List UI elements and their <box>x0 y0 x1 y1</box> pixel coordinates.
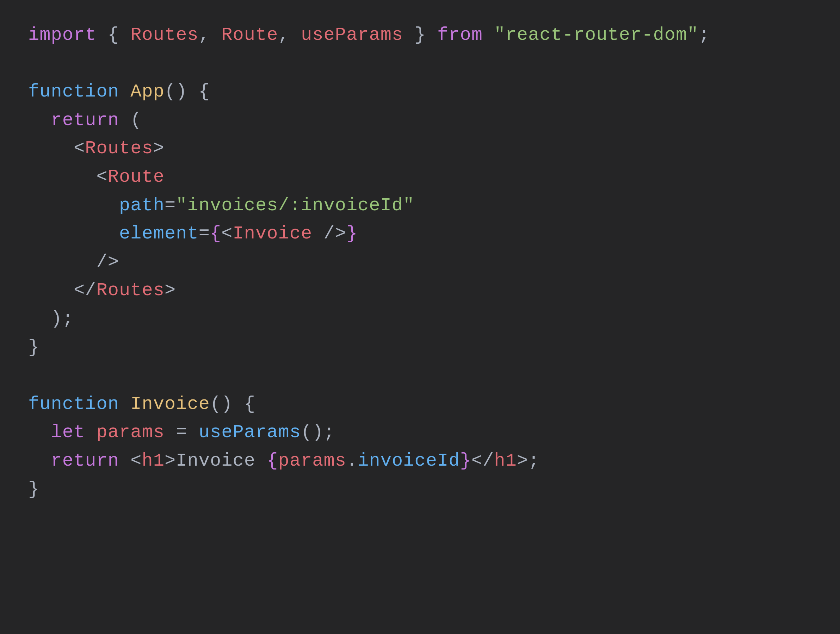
plain-token: ; <box>699 25 710 46</box>
blank1 <box>28 50 812 78</box>
plain-token <box>85 422 96 443</box>
plain-token <box>28 451 51 471</box>
tag-bracket-token: > <box>517 451 528 471</box>
return-line: return ( <box>28 106 812 135</box>
jsx-brace-token: { <box>267 451 278 471</box>
func-app: function App() { <box>28 78 812 106</box>
plain-token <box>119 81 130 102</box>
string-token: "react-router-dom" <box>494 25 698 46</box>
var-name-token: params <box>96 422 164 443</box>
plain-token: () { <box>164 81 210 102</box>
fn-call-token: useParams <box>199 422 301 443</box>
plain-token: ( <box>119 110 142 131</box>
tag-bracket-token: > <box>153 138 164 159</box>
fn-name-token: Invoice <box>130 394 210 415</box>
plain-token: } <box>403 25 437 46</box>
string-token: "invoices/:invoiceId" <box>176 195 414 216</box>
plain-token <box>28 110 51 131</box>
plain-token: ); <box>28 309 74 329</box>
plain-token: } <box>28 479 39 500</box>
route-open: <Route <box>28 163 812 192</box>
plain-token <box>312 223 324 244</box>
tag-bracket-token: /> <box>96 252 119 273</box>
jsx-brace-token: } <box>460 451 471 471</box>
plain-token: } <box>28 337 39 358</box>
tag-bracket-token: /> <box>324 223 346 244</box>
plain-token: , <box>199 25 222 46</box>
attr-name-token: element <box>119 223 199 244</box>
paren-close: ); <box>28 305 812 334</box>
element-attr: element={<Invoice />} <box>28 220 812 248</box>
tag-bracket-token: < <box>74 138 85 159</box>
plain-token: () { <box>210 394 256 415</box>
jsx-brace-token: } <box>346 223 358 244</box>
plain-token <box>28 280 74 301</box>
kw-return-token: return <box>51 110 119 131</box>
tag-bracket-token: </ <box>471 451 494 471</box>
attr-name-token: path <box>119 195 164 216</box>
route-close: /> <box>28 248 812 277</box>
plain-token <box>28 223 119 244</box>
var-name-token: params <box>278 451 346 471</box>
code-content: import { Routes, Route, useParams } from… <box>28 21 812 504</box>
attr-name-token: invoiceId <box>358 451 460 471</box>
plain-token <box>28 422 51 443</box>
plain-token <box>28 195 119 216</box>
tag-name-token: h1 <box>142 451 164 471</box>
brace-close1: } <box>28 334 812 362</box>
fn-name-token: App <box>130 81 164 102</box>
plain-token: (); <box>301 422 335 443</box>
kw-function-token: function <box>28 394 119 415</box>
tag-bracket-token: < <box>96 167 107 188</box>
tag-bracket-token: < <box>130 451 142 471</box>
plain-token <box>119 451 130 471</box>
plain-token: = <box>199 223 210 244</box>
kw-import-token: import <box>28 25 96 46</box>
kw-function-token: function <box>28 81 119 102</box>
plain-token: ; <box>528 451 540 471</box>
routes-close: </Routes> <box>28 276 812 305</box>
routes-open: <Routes> <box>28 134 812 163</box>
tag-name-token: h1 <box>494 451 517 471</box>
blank2 <box>28 362 812 390</box>
return-h1: return <h1>Invoice {params.invoiceId}</h… <box>28 447 812 475</box>
plain-token: { <box>96 25 130 46</box>
named-import-token: Route <box>221 25 278 46</box>
tag-name-token: Invoice <box>232 223 312 244</box>
plain-token <box>28 252 96 273</box>
plain-token <box>28 138 74 159</box>
kw-return-token: return <box>51 451 119 471</box>
tag-bracket-token: > <box>164 451 176 471</box>
plain-token: Invoice <box>176 451 267 471</box>
tag-name-token: Route <box>108 167 164 188</box>
named-import-token: Routes <box>130 25 198 46</box>
plain-token <box>119 394 130 415</box>
jsx-brace-token: { <box>210 223 221 244</box>
tag-bracket-token: > <box>164 280 176 301</box>
func-invoice: function Invoice() { <box>28 390 812 419</box>
brace-close2: } <box>28 475 812 504</box>
kw-from-token: from <box>437 25 483 46</box>
import-line: import { Routes, Route, useParams } from… <box>28 21 812 50</box>
path-attr: path="invoices/:invoiceId" <box>28 192 812 220</box>
plain-token: = <box>164 422 199 443</box>
code-editor: import { Routes, Route, useParams } from… <box>0 0 840 634</box>
named-import-token: useParams <box>301 25 403 46</box>
tag-bracket-token: </ <box>74 280 96 301</box>
plain-token: , <box>278 25 301 46</box>
tag-bracket-token: < <box>221 223 232 244</box>
plain-token <box>483 25 494 46</box>
plain-token <box>28 167 96 188</box>
kw-let-token: let <box>51 422 85 443</box>
tag-name-token: Routes <box>85 138 153 159</box>
let-params: let params = useParams(); <box>28 418 812 447</box>
plain-token: = <box>164 195 176 216</box>
tag-name-token: Routes <box>96 280 164 301</box>
plain-token: . <box>346 451 358 471</box>
